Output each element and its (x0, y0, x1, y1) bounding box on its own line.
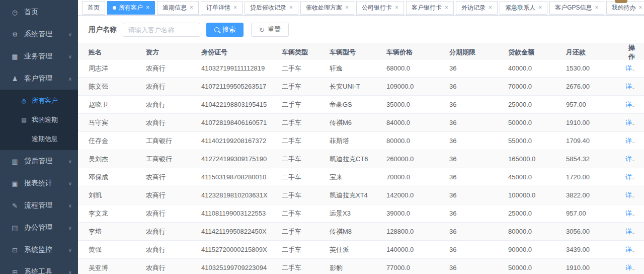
chevron-down-icon: ∨ (68, 181, 72, 186)
table-row: 周志洋农商行410327199111112819二手车轩逸68000.03640… (78, 59, 644, 78)
chevron-up-icon: ∧ (68, 76, 72, 82)
cell-term: 36 (449, 246, 508, 253)
cell-term: 36 (449, 83, 508, 90)
detail-link[interactable]: 详情 (625, 210, 635, 217)
sidebar-item-office[interactable]: ▤办公管理∨ (0, 217, 78, 239)
detail-link[interactable]: 详情 (625, 228, 635, 235)
cell-name: 陈文强 (89, 82, 146, 91)
cell-name: 任存金 (89, 136, 146, 146)
detail-link[interactable]: 详情 (625, 64, 635, 72)
tab-所有客户[interactable]: 所有客户× (107, 1, 155, 15)
detail-link[interactable]: 详情 (625, 264, 635, 271)
tab-催收处理方案[interactable]: 催收处理方案× (300, 1, 354, 15)
tab-label: 我的待办 (612, 4, 636, 12)
detail-link[interactable]: 详情 (625, 155, 635, 163)
tab-label: 逾期信息 (163, 4, 187, 12)
cell-id-number: 41142119950822450X (201, 228, 282, 235)
cell-term: 36 (449, 119, 508, 126)
cell-id-number: 411402199208167372 (201, 137, 282, 145)
sidebar-subitem-overdue-info[interactable]: 逾期信息 (0, 129, 78, 149)
cell-loan: 25000.0 (508, 101, 566, 108)
column-header-monthly: 月还款 (566, 48, 625, 57)
table-row: 李培农商行41142119950822450X二手车传祺M8128800.036… (78, 223, 644, 241)
cell-funder: 工商银行 (146, 136, 201, 146)
cell-funder: 农商行 (146, 209, 201, 218)
cell-name: 李培 (89, 227, 146, 236)
cell-action: 详情 (625, 191, 635, 200)
column-header-model: 车辆型号 (330, 48, 386, 57)
cell-model: 传祺M8 (330, 227, 386, 236)
detail-link[interactable]: 详情 (625, 101, 635, 108)
cell-id-number: 410728198406160571 (201, 119, 282, 126)
cell-model: 凯迪拉克XT4 (330, 191, 386, 200)
column-header-vehicle-type: 车辆类型 (282, 48, 330, 57)
cell-term: 36 (449, 264, 508, 271)
tab-首页[interactable]: 首页 (82, 1, 105, 15)
sidebar-item-postloan[interactable]: ▥贷后管理∨ (0, 150, 78, 172)
tab-逾期信息[interactable]: 逾期信息× (157, 1, 199, 15)
sidebar-item-label: 系统工具 (24, 267, 52, 274)
search-button[interactable]: 搜索 (206, 23, 244, 37)
cell-funder: 工商银行 (146, 155, 201, 164)
sidebar-item-tools[interactable]: ⊞系统工具∨ (0, 261, 78, 274)
reset-button[interactable]: ↻ 重置 (251, 23, 289, 37)
cell-vehicle-type: 二手车 (282, 173, 330, 182)
tab-外访记录[interactable]: 外访记录× (456, 1, 498, 15)
cell-vehicle-type: 二手车 (282, 118, 330, 127)
cell-term: 36 (449, 155, 508, 163)
detail-link[interactable]: 详情 (625, 173, 635, 181)
detail-link[interactable]: 详情 (625, 246, 635, 253)
tab-贷后催收记录[interactable]: 贷后催收记录× (245, 1, 298, 15)
tab-订单详情[interactable]: 订单详情× (201, 1, 243, 15)
cell-id-number: 410327199111112819 (201, 64, 282, 72)
cell-name: 赵晓卫 (89, 100, 146, 109)
detail-link[interactable]: 详情 (625, 83, 635, 90)
table-row: 刘凯农商行41232819810203631X二手车凯迪拉克XT4142000.… (78, 186, 644, 204)
cell-term: 36 (449, 191, 508, 199)
sidebar-item-system[interactable]: ⚙系统管理∨ (0, 23, 78, 45)
detail-link[interactable]: 详情 (625, 119, 635, 126)
tab-紧急联系人[interactable]: 紧急联系人× (500, 1, 547, 15)
cell-name: 周志洋 (89, 64, 146, 73)
close-icon: × (639, 5, 642, 11)
tab-客户银行卡[interactable]: 客户银行卡× (406, 1, 454, 15)
close-icon: × (395, 5, 398, 11)
cell-price: 77000.0 (386, 264, 449, 271)
chevron-down-icon: ∨ (68, 247, 72, 253)
cell-monthly: 957.00 (566, 101, 625, 108)
cell-id-number: 412724199309175190 (201, 155, 282, 163)
cell-funder: 农商行 (146, 245, 201, 254)
cell-monthly: 1709.40 (566, 137, 625, 145)
table-row: 赵晓卫农商行410422198803195415二手车帝豪GS35000.036… (78, 96, 644, 114)
cell-vehicle-type: 二手车 (282, 155, 330, 164)
detail-link[interactable]: 详情 (625, 191, 635, 199)
detail-link[interactable]: 详情 (625, 137, 635, 145)
cell-model: 帝豪GS (330, 100, 386, 109)
main-area: 首页所有客户×逾期信息×订单详情×贷后催收记录×催收处理方案×公司银行卡×客户银… (78, 0, 644, 274)
tab-公司银行卡[interactable]: 公司银行卡× (356, 1, 404, 15)
sidebar-item-workflow[interactable]: ✎流程管理∨ (0, 194, 78, 217)
sidebar-subitem-my-overdue[interactable]: ▤我的逾期 (0, 110, 78, 129)
cell-action: 详情 (625, 136, 635, 146)
cell-name: 邓保成 (89, 173, 146, 182)
cell-action: 详情 (625, 245, 635, 254)
monitor-icon: ⊡ (11, 246, 19, 254)
sidebar-item-customer[interactable]: ♟客户管理∧ (0, 67, 78, 90)
cell-price: 80000.0 (386, 137, 449, 145)
cell-funder: 农商行 (146, 191, 201, 200)
search-input[interactable] (123, 23, 200, 37)
cell-monthly: 3439.00 (566, 246, 625, 253)
sidebar-subitem-all-customers[interactable]: ◎所有客户 (0, 91, 78, 110)
tabbar: 首页所有客户×逾期信息×订单详情×贷后催收记录×催收处理方案×公司银行卡×客户银… (78, 0, 644, 16)
app-window: ◷首页⚙系统管理∨▦业务管理∨♟客户管理∧◎所有客户▤我的逾期逾期信息▥贷后管理… (0, 0, 644, 274)
sidebar-item-report[interactable]: ▣报表统计∨ (0, 172, 78, 194)
sidebar-item-monitor[interactable]: ⊡系统监控∨ (0, 239, 78, 261)
tab-客户GPS信息[interactable]: 客户GPS信息× (549, 1, 604, 15)
users-circle-icon: ◎ (20, 98, 28, 104)
flow-icon: ✎ (11, 202, 19, 210)
cell-model: 菲斯塔 (330, 136, 386, 146)
cell-price: 68000.0 (386, 64, 449, 72)
sidebar-item-business[interactable]: ▦业务管理∨ (0, 45, 78, 67)
cell-model: 影豹 (330, 263, 386, 272)
sidebar-item-home[interactable]: ◷首页 (0, 1, 78, 23)
